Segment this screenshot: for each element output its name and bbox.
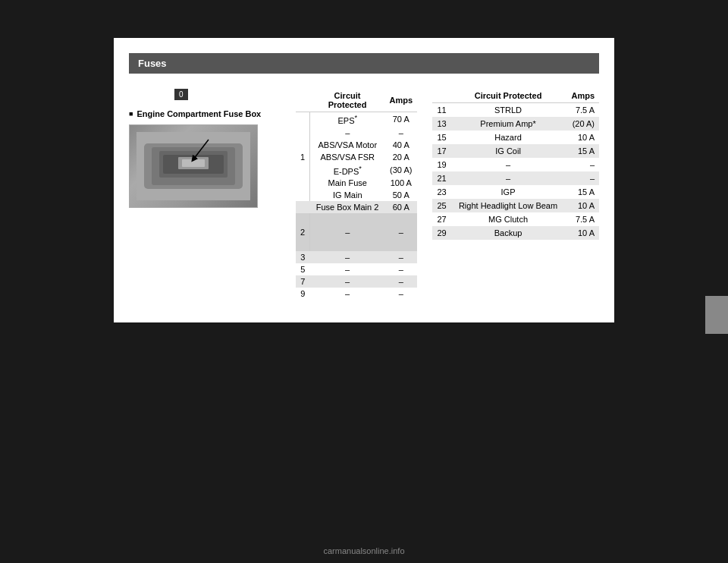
right-col-num-header (432, 89, 451, 103)
table-row: 29 Backup 10 A (432, 226, 599, 240)
circuit-eps: EPS* (310, 112, 385, 127)
table-row: Fuse Box Main 2 60 A (296, 201, 417, 213)
right-fuse-num: 15 (432, 131, 451, 144)
car-diagram (136, 132, 250, 200)
right-fuse-num: 27 (432, 212, 451, 226)
amps-dash1: – (384, 127, 417, 139)
right-fuse-num: 17 (432, 144, 451, 158)
right-amps: 7.5 A (565, 212, 599, 226)
circuit-7: – (310, 275, 385, 288)
right-amps: 10 A (565, 226, 599, 240)
right-amps: 10 A (565, 131, 599, 144)
svg-rect-6 (182, 159, 205, 167)
table-row: ABS/VSA FSR 20 A (296, 151, 417, 163)
table-row: 5 – – (296, 263, 417, 275)
fuse-num-9: 9 (296, 288, 310, 300)
fuse-num-1: 1 (296, 112, 310, 202)
middle-table: Circuit Protected Amps 1 EPS* 70 A – – (296, 89, 417, 300)
amps-3: – (384, 251, 417, 263)
table-row: IG Main 50 A (296, 189, 417, 201)
table-row: 9 – – (296, 288, 417, 300)
amps-abs-fsr: 20 A (384, 151, 417, 163)
table-row: 1 EPS* 70 A (296, 112, 417, 127)
table-row: 17 IG Coil 15 A (432, 144, 599, 158)
car-image-inner (130, 125, 257, 207)
right-fuse-num: 29 (432, 226, 451, 240)
circuit-abs-fsr: ABS/VSA FSR (310, 151, 385, 163)
right-amps: 10 A (565, 199, 599, 212)
circuit-main-fuse: Main Fuse (310, 177, 385, 189)
right-amps: – (565, 158, 599, 171)
table-row: 27 MG Clutch 7.5 A (432, 212, 599, 226)
right-amps: – (565, 171, 599, 185)
table-row: 11 STRLD 7.5 A (432, 103, 599, 118)
right-circuit: Hazard (451, 131, 565, 144)
col-circuit-header: Circuit Protected (310, 89, 385, 112)
right-circuit: IG Coil (451, 144, 565, 158)
right-fuse-num: 23 (432, 185, 451, 199)
left-fuse-table: Circuit Protected Amps 1 EPS* 70 A – – (296, 89, 417, 300)
table-row: – – (296, 127, 417, 139)
section-title: Fuses (138, 58, 167, 69)
amps-edps: (30 A) (384, 163, 417, 178)
right-fuse-num: 25 (432, 199, 451, 212)
right-amps: 15 A (565, 144, 599, 158)
content-area: 0 Engine Compartment Fuse Box (129, 89, 599, 300)
fuse-num-blank (296, 201, 310, 213)
right-circuit: Backup (451, 226, 565, 240)
right-col-amps-header: Amps (565, 89, 599, 103)
right-fuse-num: 19 (432, 158, 451, 171)
table-row: 23 IGP 15 A (432, 185, 599, 199)
circuit-9: – (310, 288, 385, 300)
fuse-num-5: 5 (296, 263, 310, 275)
right-circuit: – (451, 171, 565, 185)
circuit-3: – (310, 251, 385, 263)
amps-abs-motor: 40 A (384, 139, 417, 151)
col-amps-header: Amps (384, 89, 417, 112)
right-fuse-table: Circuit Protected Amps 11 STRLD 7.5 A 13… (432, 89, 599, 240)
amps-7: – (384, 275, 417, 288)
table-row: 13 Premium Amp* (20 A) (432, 117, 599, 131)
right-circuit: MG Clutch (451, 212, 565, 226)
page-content: Fuses 0 Engine Compartment Fuse Box (114, 38, 614, 322)
right-col-circuit-header: Circuit Protected (451, 89, 565, 103)
fuse-num-7: 7 (296, 275, 310, 288)
page-nav (705, 296, 728, 334)
right-amps: (20 A) (565, 117, 599, 131)
circuit-dash1: – (310, 127, 385, 139)
table-row: 7 – – (296, 275, 417, 288)
table-row: 25 Right Headlight Low Beam 10 A (432, 199, 599, 212)
table-row: E-DPS* (30 A) (296, 163, 417, 178)
circuit-abs-motor: ABS/VSA Motor (310, 139, 385, 151)
watermark: carmanualsonline.info (323, 546, 404, 555)
badge: 0 (174, 89, 188, 100)
right-fuse-num: 13 (432, 117, 451, 131)
table-row: 15 Hazard 10 A (432, 131, 599, 144)
table-row: 19 – – (432, 158, 599, 171)
right-circuit: – (451, 158, 565, 171)
right-amps: 7.5 A (565, 103, 599, 118)
right-circuit: Premium Amp* (451, 117, 565, 131)
amps-fusebox2: 60 A (384, 201, 417, 213)
right-fuse-num: 21 (432, 171, 451, 185)
amps-ig-main: 50 A (384, 189, 417, 201)
amps-9: – (384, 288, 417, 300)
section-header: Fuses (129, 53, 599, 74)
amps-2: – (384, 213, 417, 251)
right-circuit: IGP (451, 185, 565, 199)
right-table: Circuit Protected Amps 11 STRLD 7.5 A 13… (432, 89, 599, 240)
fuse-num-2: 2 (296, 213, 310, 251)
right-circuit: STRLD (451, 103, 565, 118)
amps-5: – (384, 263, 417, 275)
col-num-header (296, 89, 310, 112)
circuit-edps: E-DPS* (310, 163, 385, 178)
table-row: 21 – – (432, 171, 599, 185)
table-row: 3 – – (296, 251, 417, 263)
table-row: ABS/VSA Motor 40 A (296, 139, 417, 151)
circuit-ig-main: IG Main (310, 189, 385, 201)
right-fuse-num: 11 (432, 103, 451, 118)
fuse-num-3: 3 (296, 251, 310, 263)
circuit-fusebox2: Fuse Box Main 2 (310, 201, 385, 213)
table-row: Main Fuse 100 A (296, 177, 417, 189)
circuit-2: – (310, 213, 385, 251)
